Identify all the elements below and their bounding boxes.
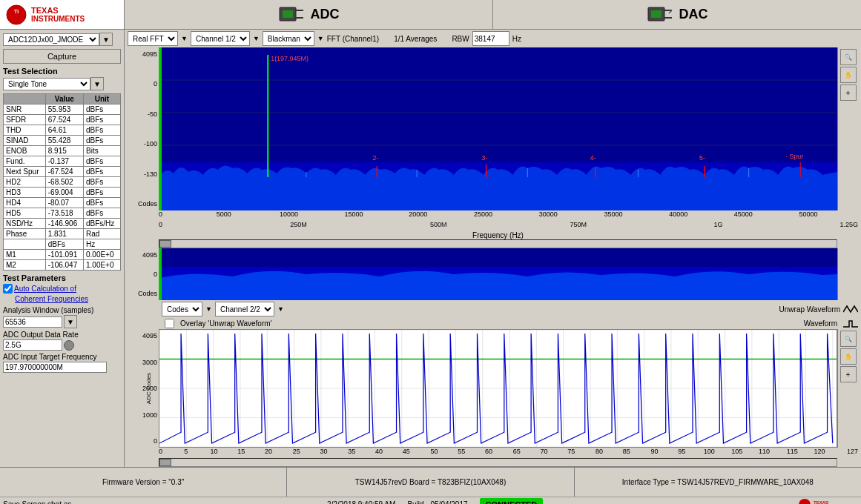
waveform-pan-btn[interactable]: ✋ bbox=[840, 348, 857, 365]
fft-y-0: 0 bbox=[129, 80, 157, 87]
svg-text:TEXAS: TEXAS bbox=[814, 500, 828, 505]
mode-select[interactable]: ADC12DJx00_JMODE bbox=[3, 33, 99, 46]
metric-value: 55.428 bbox=[45, 136, 83, 146]
codes-y-title: Codes bbox=[129, 290, 157, 297]
x-5000: 5000 bbox=[217, 210, 231, 218]
metric-name bbox=[4, 239, 46, 250]
metric-name: SFDR bbox=[4, 115, 46, 125]
fft-scrollbar-thumb bbox=[159, 240, 171, 248]
waveform-h-scrollbar[interactable] bbox=[159, 458, 837, 467]
ti-logo-icon: TI bbox=[6, 4, 27, 25]
metric-col-value: Value bbox=[45, 94, 83, 105]
codes-channel-select[interactable]: Channel 2/2 bbox=[215, 302, 274, 316]
fft-plus-btn[interactable]: + bbox=[840, 84, 857, 101]
waveform-svg bbox=[159, 330, 837, 447]
metric-unit: dBFs bbox=[83, 115, 120, 125]
waveform-chart-row: 4095 3000 2000 1000 0 ADC Codes bbox=[128, 329, 858, 448]
wav-x-120: 120 bbox=[814, 448, 825, 455]
metric-value: -0.137 bbox=[45, 156, 83, 167]
freq-125g: 1.25G bbox=[839, 221, 858, 228]
fft-chart: 1(197.945M) 2- 3- 4- 5- · Spur bbox=[159, 47, 837, 210]
fft-rbw-unit: Hz bbox=[512, 35, 521, 43]
adc-tab-label: ADC bbox=[311, 7, 340, 22]
freq-axis-title: Frequency (Hz) bbox=[159, 231, 858, 239]
waveform-plus-btn[interactable]: + bbox=[840, 366, 857, 382]
fft-zoom-btn[interactable]: 🔍 bbox=[840, 49, 857, 65]
svg-rect-3 bbox=[283, 10, 293, 18]
waveform-zoom-btn[interactable]: 🔍 bbox=[840, 331, 857, 347]
fft-channel-select[interactable]: Channel 1/2 bbox=[191, 31, 250, 46]
adc-input-freq-input[interactable] bbox=[3, 362, 107, 373]
wav-x-100: 100 bbox=[704, 448, 715, 455]
rbw-input[interactable] bbox=[472, 31, 509, 46]
overlay-checkbox[interactable] bbox=[165, 319, 174, 328]
wav-x-80: 80 bbox=[596, 448, 603, 455]
codes-y-axis: 4095 0 Codes bbox=[128, 248, 159, 300]
datetime-status: 2/2/2018 9:40:59 AM bbox=[327, 500, 395, 504]
x-25000: 25000 bbox=[474, 210, 492, 218]
analysis-window-arrow[interactable]: ▼ bbox=[64, 315, 77, 328]
adc-tab[interactable]: ADC bbox=[125, 0, 493, 29]
test-select-row: Single Tone ▼ bbox=[3, 77, 121, 90]
gear-icon[interactable] bbox=[64, 340, 74, 351]
metric-value: 55.953 bbox=[45, 105, 83, 115]
waveform-x-axis: 0 5 10 15 20 25 30 35 40 45 50 55 60 65 … bbox=[159, 448, 858, 458]
main-layout: ADC12DJx00_JMODE ▼ Capture Test Selectio… bbox=[0, 30, 861, 467]
ti-logo: TI TEXAS INSTRUMENTS bbox=[0, 0, 125, 29]
metric-row: ENOB 8.915 Bits bbox=[4, 146, 121, 156]
svg-rect-34 bbox=[159, 248, 162, 300]
codes-mode-select[interactable]: Codes bbox=[162, 302, 202, 316]
test-arrow-btn[interactable]: ▼ bbox=[90, 77, 104, 90]
wav-x-30: 30 bbox=[320, 448, 328, 455]
metric-value: 1.831 bbox=[45, 229, 83, 239]
waveform-chart bbox=[159, 329, 837, 448]
waveform-scrollbar-thumb bbox=[159, 459, 171, 466]
metric-unit: dBFs bbox=[83, 177, 120, 188]
metric-row: M1 -101.091 0.00E+0 bbox=[4, 250, 121, 260]
metric-row: dBFs Hz bbox=[4, 239, 121, 250]
svg-text:1(197.945M): 1(197.945M) bbox=[271, 55, 309, 62]
dac-tab[interactable]: DAC bbox=[493, 0, 861, 29]
svg-text:TI: TI bbox=[14, 9, 19, 14]
metric-name: M2 bbox=[4, 260, 46, 271]
mode-arrow-btn[interactable]: ▼ bbox=[99, 33, 113, 46]
firmware-status: Firmware Version = "0.3" bbox=[0, 468, 287, 497]
auto-calc-label: Auto Calculation of bbox=[14, 285, 76, 293]
codes-y-0: 0 bbox=[129, 271, 157, 278]
capture-button[interactable]: Capture bbox=[3, 49, 121, 64]
metric-row: THD 64.61 dBFs bbox=[4, 125, 121, 136]
wav-x-105: 105 bbox=[731, 448, 742, 455]
fft-filter-select[interactable]: Real FFT bbox=[128, 31, 178, 46]
waveform-section: Overlay 'Unwrap Waveform' Waveform 4095 … bbox=[128, 318, 858, 467]
wav-x-115: 115 bbox=[787, 448, 798, 455]
metric-unit: 1.00E+0 bbox=[83, 260, 120, 271]
test-selection-label: Test Selection bbox=[3, 67, 121, 76]
wav-x-35: 35 bbox=[348, 448, 355, 455]
metric-col-name bbox=[4, 94, 46, 105]
metric-row: HD3 -69.004 dBFs bbox=[4, 188, 121, 198]
wav-x-65: 65 bbox=[513, 448, 521, 455]
metric-value: -73.518 bbox=[45, 208, 83, 219]
codes-toolbar: Codes ▼ Channel 2/2 ▼ Unwrap Waveform bbox=[128, 300, 858, 318]
auto-calc-checkbox[interactable] bbox=[3, 284, 13, 294]
wav-x-10: 10 bbox=[210, 448, 217, 455]
fft-sidebar: 🔍 ✋ + bbox=[837, 47, 858, 210]
adc-output-rate-input[interactable] bbox=[3, 339, 62, 351]
metric-unit: dBFs bbox=[83, 208, 120, 219]
fft-window-select[interactable]: Blackman bbox=[263, 31, 314, 46]
fft-pan-btn[interactable]: ✋ bbox=[840, 67, 857, 83]
wav-x-127: 127 bbox=[847, 448, 858, 455]
wav-x-90: 90 bbox=[651, 448, 659, 455]
metric-value: 67.524 bbox=[45, 115, 83, 125]
adc-input-freq-row bbox=[3, 362, 121, 373]
waveform-y-title: ADC Codes bbox=[145, 366, 152, 411]
metric-unit: dBFs bbox=[83, 188, 120, 198]
fft-h-scrollbar[interactable] bbox=[159, 239, 837, 248]
save-link[interactable]: Save Screen shot as bbox=[3, 500, 71, 504]
analysis-window-input[interactable] bbox=[3, 316, 62, 328]
svg-rect-7 bbox=[651, 10, 662, 18]
fft-averages: 1/1 Averages bbox=[394, 35, 437, 43]
wav-y-2000: 2000 bbox=[129, 385, 157, 392]
test-mode-select[interactable]: Single Tone bbox=[3, 78, 90, 90]
metric-row: NSD/Hz -146.906 dBFs/Hz bbox=[4, 219, 121, 229]
